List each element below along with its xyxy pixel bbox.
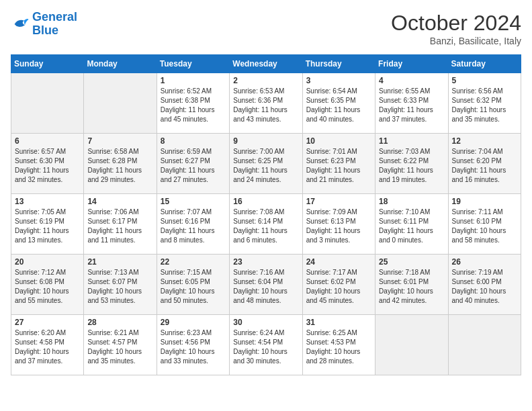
day-number: 27 [15, 318, 80, 327]
day-info: Sunrise: 7:04 AMSunset: 6:20 PMDaylight:… [452, 147, 517, 185]
logo-icon [11, 15, 30, 34]
day-info: Sunrise: 6:56 AMSunset: 6:32 PMDaylight:… [452, 87, 517, 124]
calendar-day-cell [448, 315, 521, 375]
day-number: 15 [161, 197, 226, 206]
day-info: Sunrise: 6:53 AMSunset: 6:36 PMDaylight:… [233, 87, 298, 124]
day-info: Sunrise: 7:05 AMSunset: 6:19 PMDaylight:… [15, 208, 80, 245]
calendar-day-cell [375, 315, 448, 375]
calendar-day-cell: 15Sunrise: 7:07 AMSunset: 6:16 PMDayligh… [157, 194, 229, 255]
day-of-week-header: Sunday [11, 55, 84, 73]
calendar-day-cell: 18Sunrise: 7:10 AMSunset: 6:11 PMDayligh… [375, 194, 448, 255]
calendar-day-cell: 28Sunrise: 6:21 AMSunset: 4:57 PMDayligh… [84, 315, 157, 375]
day-info: Sunrise: 7:09 AMSunset: 6:13 PMDaylight:… [306, 208, 371, 245]
day-info: Sunrise: 7:10 AMSunset: 6:11 PMDaylight:… [379, 208, 444, 245]
calendar-day-cell: 20Sunrise: 7:12 AMSunset: 6:08 PMDayligh… [11, 255, 84, 315]
calendar-week-row: 6Sunrise: 6:57 AMSunset: 6:30 PMDaylight… [11, 134, 521, 194]
day-number: 13 [15, 197, 80, 206]
day-number: 14 [87, 197, 152, 206]
day-number: 16 [233, 197, 298, 206]
day-number: 22 [161, 257, 226, 267]
calendar-table: SundayMondayTuesdayWednesdayThursdayFrid… [11, 54, 521, 375]
calendar-week-row: 20Sunrise: 7:12 AMSunset: 6:08 PMDayligh… [11, 255, 521, 315]
calendar-day-cell: 29Sunrise: 6:23 AMSunset: 4:56 PMDayligh… [157, 315, 229, 375]
calendar-week-row: 1Sunrise: 6:52 AMSunset: 6:38 PMDaylight… [11, 73, 521, 134]
calendar-day-cell: 11Sunrise: 7:03 AMSunset: 6:22 PMDayligh… [375, 134, 448, 194]
day-number: 29 [161, 318, 226, 327]
day-info: Sunrise: 6:55 AMSunset: 6:33 PMDaylight:… [379, 87, 444, 124]
calendar-day-cell: 23Sunrise: 7:16 AMSunset: 6:04 PMDayligh… [230, 255, 302, 315]
day-number: 25 [379, 257, 444, 267]
calendar-day-cell: 13Sunrise: 7:05 AMSunset: 6:19 PMDayligh… [11, 194, 84, 255]
day-info: Sunrise: 6:21 AMSunset: 4:57 PMDaylight:… [87, 328, 152, 366]
day-number: 30 [233, 318, 298, 327]
calendar-day-cell: 24Sunrise: 7:17 AMSunset: 6:02 PMDayligh… [302, 255, 375, 315]
calendar-day-cell: 10Sunrise: 7:01 AMSunset: 6:23 PMDayligh… [302, 134, 375, 194]
day-number: 7 [87, 136, 152, 146]
calendar-week-row: 27Sunrise: 6:20 AMSunset: 4:58 PMDayligh… [11, 315, 521, 375]
calendar-day-cell: 31Sunrise: 6:25 AMSunset: 4:53 PMDayligh… [302, 315, 375, 375]
day-number: 19 [452, 197, 517, 206]
day-info: Sunrise: 7:17 AMSunset: 6:02 PMDaylight:… [306, 268, 371, 306]
calendar-day-cell: 3Sunrise: 6:54 AMSunset: 6:35 PMDaylight… [302, 73, 375, 134]
calendar-day-cell: 6Sunrise: 6:57 AMSunset: 6:30 PMDaylight… [11, 134, 84, 194]
month-title: October 2024 [391, 11, 521, 36]
day-info: Sunrise: 6:58 AMSunset: 6:28 PMDaylight:… [87, 147, 152, 185]
calendar-day-cell: 25Sunrise: 7:18 AMSunset: 6:01 PMDayligh… [375, 255, 448, 315]
calendar-day-cell: 27Sunrise: 6:20 AMSunset: 4:58 PMDayligh… [11, 315, 84, 375]
day-info: Sunrise: 6:24 AMSunset: 4:54 PMDaylight:… [233, 328, 298, 366]
day-number: 8 [161, 136, 226, 146]
day-info: Sunrise: 7:11 AMSunset: 6:10 PMDaylight:… [452, 208, 517, 245]
day-number: 20 [15, 257, 80, 267]
calendar-day-cell: 16Sunrise: 7:08 AMSunset: 6:14 PMDayligh… [230, 194, 302, 255]
day-number: 11 [379, 136, 444, 146]
logo: General Blue [11, 11, 77, 38]
calendar-day-cell: 9Sunrise: 7:00 AMSunset: 6:25 PMDaylight… [230, 134, 302, 194]
day-info: Sunrise: 6:25 AMSunset: 4:53 PMDaylight:… [306, 328, 371, 366]
calendar-day-cell: 14Sunrise: 7:06 AMSunset: 6:17 PMDayligh… [84, 194, 157, 255]
calendar-week-row: 13Sunrise: 7:05 AMSunset: 6:19 PMDayligh… [11, 194, 521, 255]
title-block: October 2024 Banzi, Basilicate, Italy [391, 11, 521, 46]
day-number: 31 [306, 318, 371, 327]
day-info: Sunrise: 7:07 AMSunset: 6:16 PMDaylight:… [161, 208, 226, 245]
calendar-day-cell: 17Sunrise: 7:09 AMSunset: 6:13 PMDayligh… [302, 194, 375, 255]
day-info: Sunrise: 6:23 AMSunset: 4:56 PMDaylight:… [161, 328, 226, 366]
calendar-day-cell: 7Sunrise: 6:58 AMSunset: 6:28 PMDaylight… [84, 134, 157, 194]
day-number: 12 [452, 136, 517, 146]
day-number: 2 [233, 76, 298, 85]
day-info: Sunrise: 7:06 AMSunset: 6:17 PMDaylight:… [87, 208, 152, 245]
day-of-week-header: Wednesday [230, 55, 302, 73]
day-info: Sunrise: 7:08 AMSunset: 6:14 PMDaylight:… [233, 208, 298, 245]
calendar-day-cell: 26Sunrise: 7:19 AMSunset: 6:00 PMDayligh… [448, 255, 521, 315]
day-info: Sunrise: 7:03 AMSunset: 6:22 PMDaylight:… [379, 147, 444, 185]
calendar-day-cell: 5Sunrise: 6:56 AMSunset: 6:32 PMDaylight… [448, 73, 521, 134]
calendar-day-cell: 21Sunrise: 7:13 AMSunset: 6:07 PMDayligh… [84, 255, 157, 315]
day-of-week-header: Monday [84, 55, 157, 73]
page-header: General Blue October 2024 Banzi, Basilic… [11, 11, 521, 46]
day-number: 17 [306, 197, 371, 206]
calendar-day-cell: 19Sunrise: 7:11 AMSunset: 6:10 PMDayligh… [448, 194, 521, 255]
day-number: 18 [379, 197, 444, 206]
day-info: Sunrise: 6:20 AMSunset: 4:58 PMDaylight:… [15, 328, 80, 366]
day-number: 5 [452, 76, 517, 85]
day-number: 21 [87, 257, 152, 267]
day-info: Sunrise: 7:13 AMSunset: 6:07 PMDaylight:… [87, 268, 152, 306]
day-info: Sunrise: 7:15 AMSunset: 6:05 PMDaylight:… [161, 268, 226, 306]
day-number: 4 [379, 76, 444, 85]
day-of-week-header: Thursday [302, 55, 375, 73]
location-subtitle: Banzi, Basilicate, Italy [391, 36, 521, 46]
day-info: Sunrise: 6:59 AMSunset: 6:27 PMDaylight:… [161, 147, 226, 185]
day-number: 3 [306, 76, 371, 85]
day-number: 9 [233, 136, 298, 146]
logo-text: General Blue [32, 11, 77, 38]
day-of-week-header: Saturday [448, 55, 521, 73]
day-info: Sunrise: 7:18 AMSunset: 6:01 PMDaylight:… [379, 268, 444, 306]
calendar-day-cell [84, 73, 157, 134]
day-info: Sunrise: 7:12 AMSunset: 6:08 PMDaylight:… [15, 268, 80, 306]
day-number: 23 [233, 257, 298, 267]
day-number: 6 [15, 136, 80, 146]
day-number: 1 [161, 76, 226, 85]
day-info: Sunrise: 6:52 AMSunset: 6:38 PMDaylight:… [161, 87, 226, 124]
day-info: Sunrise: 6:54 AMSunset: 6:35 PMDaylight:… [306, 87, 371, 124]
day-info: Sunrise: 7:16 AMSunset: 6:04 PMDaylight:… [233, 268, 298, 306]
day-number: 28 [87, 318, 152, 327]
